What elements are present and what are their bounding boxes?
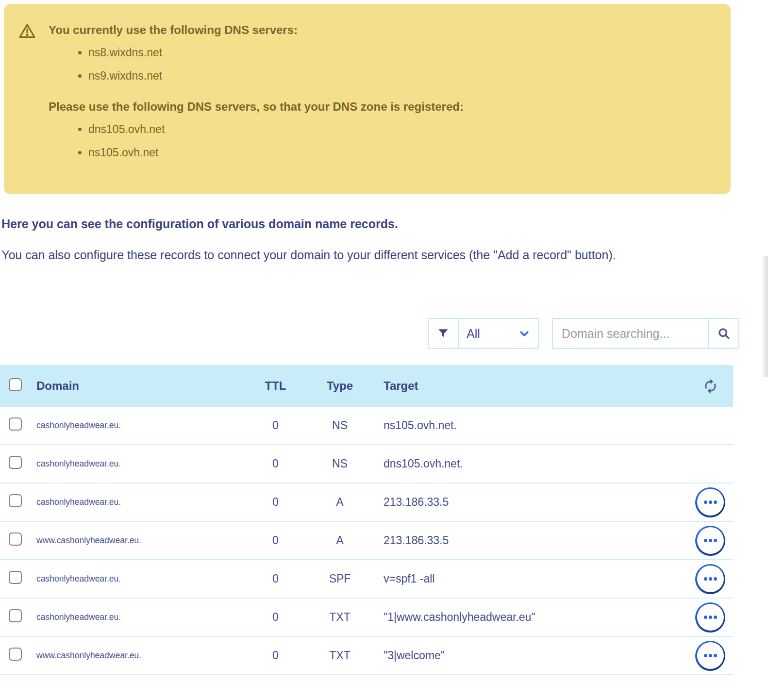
page-scrollbar-thumb[interactable]: [762, 256, 768, 377]
record-target: dns105.ovh.net.: [379, 457, 670, 470]
ellipsis-icon: [697, 642, 724, 669]
record-domain: cashonlyheadwear.eu.: [36, 612, 250, 622]
chevron-down-icon: [518, 328, 530, 339]
magnifier-icon: [717, 327, 731, 340]
header-actions-cell: [670, 378, 733, 394]
recommended-dns-list: dns105.ovh.net ns105.ovh.net: [49, 117, 464, 164]
row-actions-button[interactable]: [695, 487, 725, 517]
records-toolbar: All: [0, 318, 739, 349]
table-row: cashonlyheadwear.eu. 0 NS dns105.ovh.net…: [0, 445, 733, 483]
record-type: SPF: [301, 572, 379, 585]
current-dns-list: ns8.wixdns.net ns9.wixdns.net: [49, 41, 464, 87]
page-intro-heading: Here you can see the configuration of va…: [1, 217, 768, 232]
column-header-type: Type: [301, 379, 379, 393]
record-type: NS: [301, 419, 379, 432]
row-select-cell: [0, 456, 36, 472]
record-ttl: 0: [250, 572, 301, 585]
funnel-icon: [437, 327, 450, 340]
record-domain: cashonlyheadwear.eu.: [36, 459, 250, 469]
dns-server-item: ns105.ovh.net: [88, 141, 464, 164]
record-target: 213.186.33.5: [379, 534, 670, 547]
row-actions-cell: [670, 487, 733, 517]
dns-records-table: Domain TTL Type Target cashonlyheadwear.…: [0, 365, 733, 675]
filter-selected-value: All: [467, 327, 480, 341]
table-row: cashonlyheadwear.eu. 0 A 213.186.33.5: [0, 483, 733, 522]
row-actions-button[interactable]: [695, 602, 725, 633]
warning-triangle-icon: [18, 22, 36, 40]
header-select-cell: [0, 378, 36, 394]
record-target: v=spf1 -all: [379, 572, 670, 585]
row-select-cell: [0, 571, 36, 587]
dns-server-item: ns9.wixdns.net: [88, 64, 464, 87]
select-all-checkbox[interactable]: [9, 378, 22, 391]
row-actions-cell: [670, 641, 733, 671]
row-checkbox[interactable]: [9, 417, 22, 431]
dns-warning-banner: You currently use the following DNS serv…: [4, 4, 731, 194]
dns-server-item: ns8.wixdns.net: [88, 41, 464, 64]
row-checkbox[interactable]: [9, 533, 22, 546]
record-target: "3|welcome": [379, 649, 670, 662]
column-header-domain: Domain: [36, 379, 250, 393]
record-domain: cashonlyheadwear.eu.: [36, 420, 250, 431]
record-domain: www.cashonlyheadwear.eu.: [36, 650, 250, 661]
ellipsis-icon: [697, 604, 724, 631]
record-ttl: 0: [250, 649, 301, 662]
refresh-icon: [702, 378, 718, 394]
domain-search-input[interactable]: [552, 318, 708, 349]
row-select-cell: [0, 533, 36, 549]
row-select-cell: [0, 648, 36, 664]
row-actions-button[interactable]: [695, 526, 725, 556]
search-button[interactable]: [708, 318, 739, 349]
row-checkbox[interactable]: [9, 456, 22, 469]
record-domain: www.cashonlyheadwear.eu.: [36, 535, 250, 546]
column-header-target: Target: [379, 379, 670, 393]
refresh-button[interactable]: [702, 378, 718, 394]
record-target: "1|www.cashonlyheadwear.eu": [379, 611, 670, 624]
row-select-cell: [0, 417, 36, 433]
record-ttl: 0: [250, 419, 301, 432]
recommended-dns-heading: Please use the following DNS servers, so…: [49, 99, 464, 115]
ellipsis-icon: [697, 566, 724, 592]
filter-group: All: [428, 318, 539, 349]
table-row: cashonlyheadwear.eu. 0 NS ns105.ovh.net.: [0, 407, 733, 445]
record-ttl: 0: [250, 534, 301, 547]
record-type: TXT: [301, 649, 379, 662]
row-actions-cell: [670, 602, 733, 633]
current-dns-heading: You currently use the following DNS serv…: [49, 22, 464, 38]
row-select-cell: [0, 494, 36, 510]
row-actions-button[interactable]: [695, 641, 725, 671]
dns-server-item: dns105.ovh.net: [88, 117, 464, 141]
row-checkbox[interactable]: [9, 648, 22, 661]
table-body: cashonlyheadwear.eu. 0 NS ns105.ovh.net.…: [0, 407, 733, 675]
table-row: cashonlyheadwear.eu. 0 SPF v=spf1 -all: [0, 560, 733, 599]
banner-content: You currently use the following DNS serv…: [49, 22, 464, 169]
row-actions-button[interactable]: [695, 564, 725, 594]
row-checkbox[interactable]: [9, 494, 22, 507]
row-checkbox[interactable]: [9, 571, 22, 584]
table-row: cashonlyheadwear.eu. 0 TXT "1|www.cashon…: [0, 599, 733, 637]
record-type: NS: [301, 457, 379, 470]
record-ttl: 0: [250, 611, 301, 624]
filter-icon-box[interactable]: [428, 318, 459, 349]
row-actions-cell: [670, 564, 733, 594]
record-type: A: [301, 496, 379, 509]
table-row: www.cashonlyheadwear.eu. 0 TXT "3|welcom…: [0, 637, 733, 675]
page-intro-description: You can also configure these records to …: [1, 244, 691, 266]
row-actions-cell: [670, 526, 733, 556]
record-ttl: 0: [250, 457, 301, 470]
ellipsis-icon: [697, 527, 724, 554]
record-target: 213.186.33.5: [379, 496, 670, 509]
record-target: ns105.ovh.net.: [379, 419, 670, 432]
record-ttl: 0: [250, 496, 301, 509]
row-select-cell: [0, 609, 36, 625]
record-domain: cashonlyheadwear.eu.: [36, 574, 250, 584]
column-header-ttl: TTL: [250, 379, 301, 393]
record-type: A: [301, 534, 379, 547]
row-checkbox[interactable]: [9, 609, 22, 622]
filter-type-select[interactable]: All: [459, 318, 539, 349]
ellipsis-icon: [697, 489, 724, 516]
record-type: TXT: [301, 611, 379, 624]
search-group: [552, 318, 739, 349]
record-domain: cashonlyheadwear.eu.: [36, 497, 250, 507]
table-header-row: Domain TTL Type Target: [0, 365, 733, 407]
